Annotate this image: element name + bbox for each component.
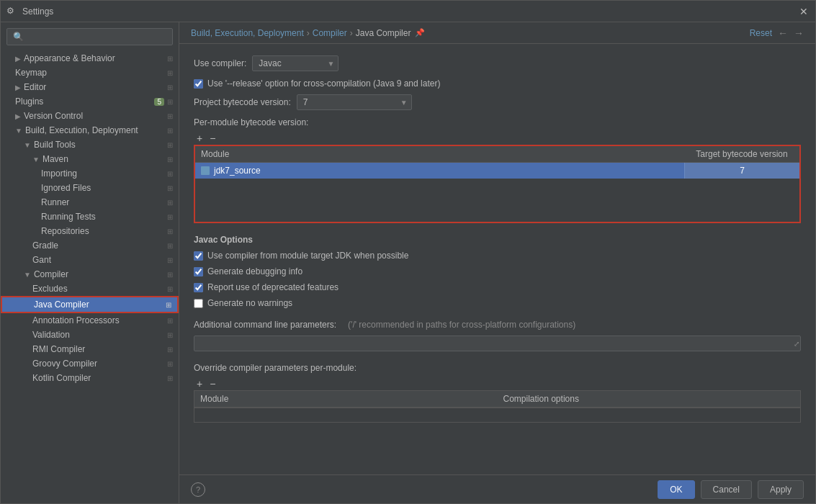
settings-icon: ⊞ (167, 112, 173, 120)
release-option-checkbox[interactable] (194, 79, 203, 89)
settings-icon: ⊞ (167, 228, 173, 235)
override-table-header: Module Compilation options (194, 391, 800, 408)
sidebar-item-editor[interactable]: ▶ Editor ⊞ (1, 80, 179, 94)
table-header: Module Target bytecode version (195, 146, 799, 163)
sidebar-item-plugins[interactable]: Plugins 5 ⊞ (1, 94, 179, 109)
sidebar-item-gant[interactable]: Gant ⊞ (1, 253, 179, 267)
settings-icon: ⊞ (167, 156, 173, 163)
bytecode-version-select-wrapper: 7 8 9 10 11 14 17 ▼ (297, 94, 412, 110)
sidebar-item-build-tools[interactable]: ▼ Build Tools ⊞ (1, 138, 179, 152)
breadcrumb-sep-2: › (350, 28, 353, 38)
sidebar-item-running-tests[interactable]: Running Tests ⊞ (1, 210, 179, 224)
use-compiler-label: Use compiler: (194, 58, 246, 68)
sidebar-item-excludes[interactable]: Excludes ⊞ (1, 282, 179, 296)
bytecode-version-label: Project bytecode version: (194, 97, 291, 107)
main-panel: Build, Execution, Deployment › Compiler … (179, 22, 815, 503)
sidebar: ▶ Appearance & Behavior ⊞ Keymap ⊞ ▶ Edi… (1, 22, 179, 503)
javac-opt-2-label[interactable]: Generate debugging info (207, 266, 302, 276)
sidebar-item-label: Maven (42, 154, 68, 164)
nav-back-button[interactable]: ← (778, 27, 788, 39)
sidebar-item-label: Excludes (32, 284, 68, 294)
release-option-label[interactable]: Use '--release' option for cross-compila… (207, 78, 440, 89)
help-button[interactable]: ? (191, 482, 205, 497)
sidebar-item-label: Gant (32, 255, 51, 265)
override-col-compilation: Compilation options (498, 391, 801, 407)
sidebar-item-build-exec[interactable]: ▼ Build, Execution, Deployment ⊞ (1, 123, 179, 138)
module-cell: jdk7_source (195, 163, 684, 179)
sidebar-item-label: Runner (41, 197, 69, 207)
sidebar-item-compiler[interactable]: ▼ Compiler ⊞ (1, 267, 179, 282)
sidebar-item-java-compiler[interactable]: Java Compiler ⊞ (1, 296, 179, 313)
cancel-button[interactable]: Cancel (701, 480, 752, 499)
sidebar-item-label: Compiler (34, 269, 68, 279)
bottom-bar: ? OK Cancel Apply (179, 474, 815, 503)
breadcrumb-part-2[interactable]: Compiler (313, 28, 347, 38)
pin-icon: 📌 (415, 28, 425, 37)
settings-icon: ⊞ (167, 213, 173, 221)
breadcrumb-part-1[interactable]: Build, Execution, Deployment (191, 28, 304, 38)
sidebar-item-label: Ignored Files (41, 183, 91, 193)
expand-icon[interactable]: ⤢ (794, 340, 799, 348)
sidebar-item-maven[interactable]: ▼ Maven ⊞ (1, 152, 179, 166)
sidebar-item-validation[interactable]: Validation ⊞ (1, 328, 179, 342)
nav-forward-button[interactable]: → (794, 27, 804, 39)
remove-module-button[interactable]: − (207, 132, 218, 145)
override-empty (194, 408, 800, 422)
ok-button[interactable]: OK (658, 480, 694, 499)
cmd-line-row: Additional command line parameters: ('/'… (194, 320, 801, 330)
table-row[interactable]: jdk7_source 7 (195, 163, 799, 179)
close-button[interactable]: ✕ (798, 6, 810, 17)
javac-opt-4-checkbox[interactable] (194, 299, 203, 308)
settings-window: ⚙ Settings ✕ ▶ Appearance & Behavior ⊞ K… (0, 0, 816, 504)
sidebar-item-annotation-processors[interactable]: Annotation Processors ⊞ (1, 313, 179, 328)
reset-button[interactable]: Reset (750, 28, 772, 38)
search-box (6, 28, 173, 45)
breadcrumb-current: Java Compiler (356, 28, 411, 38)
javac-opt-3-checkbox[interactable] (194, 283, 203, 292)
bytecode-version-select[interactable]: 7 8 9 10 11 14 17 (297, 94, 412, 110)
javac-options-title: Javac Options (194, 235, 801, 245)
sidebar-item-kotlin-compiler[interactable]: Kotlin Compiler ⊞ (1, 371, 179, 385)
sidebar-item-groovy-compiler[interactable]: Groovy Compiler ⊞ (1, 356, 179, 371)
sidebar-item-keymap[interactable]: Keymap ⊞ (1, 66, 179, 80)
settings-icon: ⊞ (167, 374, 173, 382)
table-col-target: Target bytecode version (684, 146, 799, 162)
sidebar-item-label: Validation (32, 330, 70, 340)
javac-options-section: Javac Options Use compiler from module t… (194, 235, 801, 308)
settings-icon: ⊞ (167, 69, 173, 77)
javac-opt-2-checkbox[interactable] (194, 267, 203, 276)
javac-opt-4-label[interactable]: Generate no warnings (207, 298, 292, 308)
arrow-icon: ▶ (15, 84, 21, 91)
sidebar-item-label: Plugins (15, 96, 43, 107)
sidebar-item-repositories[interactable]: Repositories ⊞ (1, 224, 179, 238)
breadcrumb-bar: Build, Execution, Deployment › Compiler … (179, 22, 815, 44)
javac-opt-1-checkbox[interactable] (194, 251, 203, 261)
settings-icon: ⊞ (167, 141, 173, 149)
bytecode-cell[interactable]: 7 (684, 163, 799, 179)
arrow-open-icon: ▼ (32, 156, 40, 163)
bytecode-version-row: Project bytecode version: 7 8 9 10 11 14… (194, 94, 801, 110)
panel-content: Use compiler: Javac Eclipse Ajc ▼ Use '-… (179, 44, 815, 474)
add-module-button[interactable]: + (194, 132, 205, 145)
search-input[interactable] (6, 28, 173, 45)
sidebar-item-appearance[interactable]: ▶ Appearance & Behavior ⊞ (1, 51, 179, 66)
cmd-input-row: ⤢ (194, 336, 801, 351)
bytecode-value: 7 (740, 166, 745, 176)
sidebar-item-ignored-files[interactable]: Ignored Files ⊞ (1, 181, 179, 195)
sidebar-item-version-control[interactable]: ▶ Version Control ⊞ (1, 109, 179, 123)
javac-opt-3-label[interactable]: Report use of deprecated features (207, 282, 338, 292)
sidebar-item-runner[interactable]: Runner ⊞ (1, 195, 179, 210)
sidebar-item-gradle[interactable]: Gradle ⊞ (1, 238, 179, 253)
apply-button[interactable]: Apply (758, 480, 804, 499)
sidebar-item-importing[interactable]: Importing ⊞ (1, 166, 179, 181)
sidebar-item-rmi-compiler[interactable]: RMI Compiler ⊞ (1, 342, 179, 356)
cmd-input-field[interactable] (194, 336, 801, 351)
module-table: Module Target bytecode version jdk7_sour… (194, 145, 801, 223)
javac-opt-1-label[interactable]: Use compiler from module target JDK when… (207, 251, 408, 261)
sidebar-item-label: Build, Execution, Deployment (25, 125, 138, 135)
use-compiler-select[interactable]: Javac Eclipse Ajc (252, 55, 338, 71)
settings-icon: ⊞ (167, 55, 173, 63)
override-remove-button[interactable]: − (207, 377, 218, 390)
module-icon (201, 166, 210, 175)
override-add-button[interactable]: + (194, 377, 205, 390)
